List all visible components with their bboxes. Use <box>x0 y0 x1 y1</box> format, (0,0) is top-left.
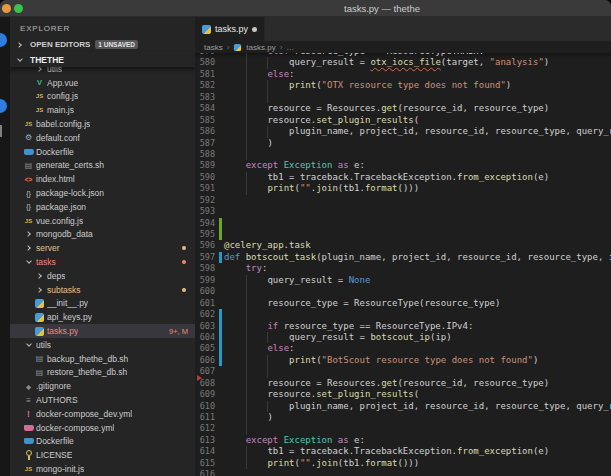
tree-item-license[interactable]: LICENSE <box>10 448 195 462</box>
code-line[interactable]: 606print("BotScout resource type does no… <box>195 355 611 366</box>
line-number[interactable]: 583 <box>195 92 215 103</box>
breadcrumb-segment-file[interactable]: tasks.py <box>246 43 275 52</box>
code-line[interactable]: 603if resource_type == ResourceType.IPv4… <box>195 321 611 332</box>
code-line[interactable]: 589except Exception as e: <box>195 160 611 171</box>
code-line[interactable]: 583 <box>195 92 611 103</box>
line-number[interactable]: 589 <box>195 160 215 171</box>
tree-item-config-js[interactable]: JSconfig.js <box>10 90 195 104</box>
tab-tasks-py[interactable]: tasks.py <box>195 17 265 41</box>
line-number[interactable]: 603 <box>195 321 215 332</box>
code-line[interactable]: 597def botscout_task(plugin_name, projec… <box>195 252 611 263</box>
code-line[interactable]: 613except Exception as e: <box>195 435 611 446</box>
tree-item-package-json[interactable]: {}package.json <box>10 200 195 214</box>
line-number[interactable]: 606 <box>195 355 215 366</box>
tree-item-api-keys-py[interactable]: api_keys.py <box>10 310 195 324</box>
code-line[interactable]: 588 <box>195 149 611 160</box>
code-line[interactable]: 584resource = Resources.get(resource_id,… <box>195 103 611 114</box>
code-line[interactable]: 611) <box>195 412 611 423</box>
code-line[interactable]: 616 <box>195 469 611 476</box>
tree-item-generate-certs-sh[interactable]: ▤generate_certs.sh <box>10 159 195 173</box>
tree-item-package-lock-json[interactable]: {}package-lock.json <box>10 186 195 200</box>
line-number[interactable]: 582 <box>195 80 215 91</box>
tree-item-index-html[interactable]: <>index.html <box>10 172 195 186</box>
code-line[interactable]: 580query_result = otx_iocs_file(target, … <box>195 57 611 68</box>
open-editors-section[interactable]: OPEN EDITORS 1 UNSAVED <box>10 37 195 52</box>
line-number[interactable]: 595 <box>195 229 215 240</box>
breadcrumb-segment-symbol[interactable]: … <box>286 43 294 52</box>
line-number[interactable]: 598 <box>195 263 215 274</box>
line-number[interactable]: 613 <box>195 435 215 446</box>
code-line[interactable]: 601resource_type = ResourceType(resource… <box>195 298 611 309</box>
code-line[interactable]: 615print("".join(tb1.format())) <box>195 458 611 469</box>
line-number[interactable]: 600 <box>195 286 215 297</box>
code-line[interactable]: 587) <box>195 138 611 149</box>
tree-item-backup-thethe-db-sh[interactable]: ▤backup_thethe_db.sh <box>10 352 195 366</box>
breadcrumb-segment-tasks[interactable]: tasks <box>204 43 223 52</box>
line-number[interactable]: 616 <box>195 469 215 476</box>
line-number[interactable]: 609 <box>195 389 215 400</box>
tree-item-utils[interactable]: utils <box>10 338 195 352</box>
line-number[interactable]: 585 <box>195 115 215 126</box>
code-line[interactable]: 610plugin_name, project_id, resource_id,… <box>195 401 611 412</box>
code-line[interactable]: 595 <box>195 229 611 240</box>
line-number[interactable]: 604 <box>195 332 215 343</box>
tree-item-authors[interactable]: ≡AUTHORS <box>10 393 195 407</box>
line-number[interactable]: 580 <box>195 57 215 68</box>
line-number[interactable]: 602 <box>195 309 215 320</box>
code-line[interactable]: 591print("".join(tb1.format())) <box>195 183 611 194</box>
tree-item-gitignore[interactable]: ◆.gitignore <box>10 379 195 393</box>
line-number[interactable]: 599 <box>195 275 215 286</box>
tree-item-mongodb-data[interactable]: mongodb_data <box>10 228 195 242</box>
code-line[interactable]: 612 <box>195 423 611 434</box>
tree-item-init-py[interactable]: __init__.py <box>10 297 195 311</box>
line-number[interactable]: 601 <box>195 298 215 309</box>
tree-item-docker-compose-yml[interactable]: docker-compose.yml <box>10 421 195 435</box>
code-line[interactable]: 605else: <box>195 343 611 354</box>
line-number[interactable]: 597 <box>195 252 215 263</box>
code-line[interactable]: 585resource.set_plugin_results( <box>195 115 611 126</box>
code-line[interactable]: 590tb1 = traceback.TracebackException.fr… <box>195 172 611 183</box>
line-number[interactable]: 591 <box>195 183 215 194</box>
code-line[interactable]: 604query_result = botscout_ip(ip) <box>195 332 611 343</box>
title-bar[interactable]: tasks.py — thethe <box>0 0 611 17</box>
activity-dot-icon[interactable] <box>0 99 7 113</box>
unsaved-dot-icon[interactable] <box>252 27 257 32</box>
tree-item-app-vue[interactable]: VApp.vue <box>10 76 195 90</box>
tree-item-docker-compose-dev-yml[interactable]: !docker-compose_dev.yml <box>10 407 195 421</box>
code-line[interactable]: 594 <box>195 218 611 229</box>
line-number[interactable]: 594 <box>195 218 215 229</box>
line-number[interactable]: 593 <box>195 206 215 217</box>
zoom-traffic-light-icon[interactable] <box>14 4 23 13</box>
code-line[interactable]: 582print("OTX resource type does not fou… <box>195 80 611 91</box>
tree-item-subtasks[interactable]: subtasks <box>10 283 195 297</box>
line-number[interactable]: 615 <box>195 458 215 469</box>
tree-item-tasks[interactable]: tasks <box>10 255 195 269</box>
tree-item-dockerfile[interactable]: Dockerfile <box>10 145 195 159</box>
code-line[interactable]: 607 <box>195 366 611 377</box>
line-number[interactable]: 584 <box>195 103 215 114</box>
line-number[interactable]: 612 <box>195 423 215 434</box>
code-line[interactable]: 614tb1 = traceback.TracebackException.fr… <box>195 446 611 457</box>
code-line[interactable]: 581else: <box>195 69 611 80</box>
tree-item-tasks-py[interactable]: tasks.py9+, M <box>10 324 195 338</box>
code-line[interactable]: 609resource.set_plugin_results( <box>195 389 611 400</box>
line-number[interactable]: 610 <box>195 401 215 412</box>
code-line[interactable]: 592 <box>195 195 611 206</box>
minimize-traffic-light-icon[interactable] <box>2 4 11 13</box>
line-number[interactable]: 586 <box>195 126 215 137</box>
tree-item-dockerfile[interactable]: Dockerfile <box>10 435 195 449</box>
code-line[interactable]: 599query_result = None <box>195 275 611 286</box>
line-number[interactable]: 592 <box>195 195 215 206</box>
code-line[interactable]: 608resource = Resources.get(resource_id,… <box>195 378 611 389</box>
line-number[interactable]: 587 <box>195 138 215 149</box>
tree-item-server[interactable]: server <box>10 241 195 255</box>
line-number[interactable]: 605 <box>195 343 215 354</box>
line-number[interactable]: 581 <box>195 69 215 80</box>
project-root-section[interactable]: THETHE <box>10 52 195 67</box>
line-number[interactable]: 611 <box>195 412 215 423</box>
tree-item-deps[interactable]: deps <box>10 269 195 283</box>
code-line[interactable]: 602 <box>195 309 611 320</box>
line-number[interactable]: 590 <box>195 172 215 183</box>
code-line[interactable]: 596@celery_app.task <box>195 240 611 251</box>
tree-item-vue-config-js[interactable]: JSvue.config.js <box>10 214 195 228</box>
